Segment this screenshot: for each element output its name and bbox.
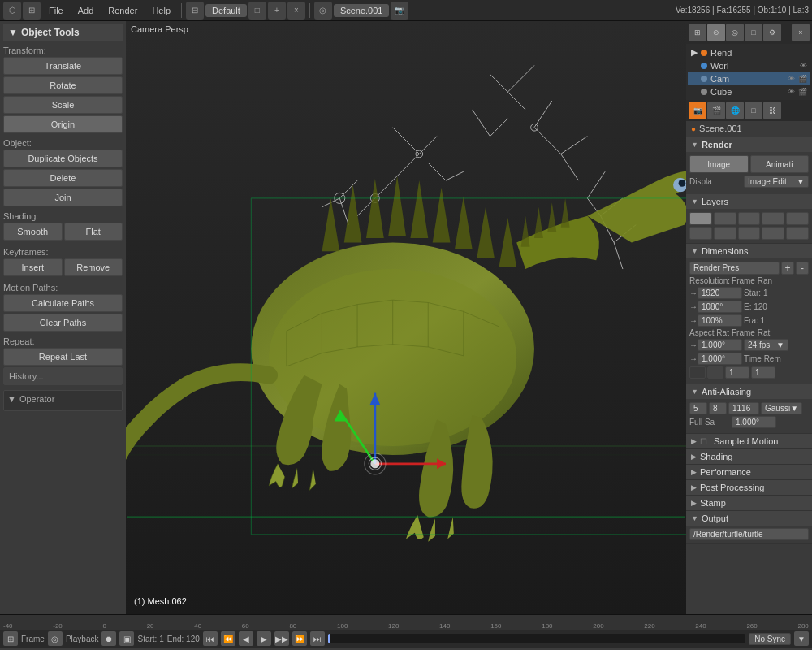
prop-constraint-icon[interactable]: ⛓ — [763, 102, 781, 119]
performance-header[interactable]: ▶ Performance — [686, 465, 812, 479]
translate-btn[interactable]: Translate — [3, 57, 123, 75]
aspect-y-input[interactable] — [698, 353, 742, 365]
frame-val1[interactable] — [689, 366, 706, 379]
layers-header[interactable]: ▼ Layers — [686, 194, 812, 209]
camera-icon[interactable]: 📷 — [391, 2, 408, 20]
rotate-btn[interactable]: Rotate — [3, 76, 123, 94]
output-path[interactable] — [689, 528, 809, 540]
tl-record[interactable]: ⏺ — [102, 631, 116, 646]
preset-add[interactable]: + — [781, 262, 794, 275]
prop-object-icon[interactable]: □ — [745, 102, 762, 119]
layer-7[interactable] — [714, 227, 736, 240]
tl-icon[interactable]: ⊞ — [3, 631, 18, 646]
clear-paths-btn[interactable]: Clear Paths — [3, 314, 123, 332]
sm-toggle[interactable]: ☐ — [700, 437, 707, 446]
pct-input[interactable] — [698, 314, 742, 327]
layer-6[interactable] — [689, 227, 712, 240]
tl-next-frame[interactable]: ▶▶ — [274, 631, 289, 646]
tl-prev-frame[interactable]: ◀ — [239, 631, 253, 646]
res-x-input[interactable] — [698, 287, 742, 299]
prop-scene-icon[interactable]: 🎬 — [707, 102, 725, 119]
display-dropdown[interactable]: Image Edit ▼ — [744, 176, 809, 188]
sampled-motion-header[interactable]: ▶ ☐ Sampled Motion — [686, 434, 812, 448]
cam-vis[interactable]: 👁 — [788, 75, 795, 83]
layer-3[interactable] — [738, 212, 761, 225]
stamp-header[interactable]: ▶ Stamp — [686, 496, 812, 510]
layer-9[interactable] — [762, 227, 784, 240]
cube-vis[interactable]: 👁 — [788, 88, 795, 96]
rs-world-icon[interactable]: ◎ — [726, 24, 744, 41]
layer-2[interactable] — [714, 212, 736, 225]
insert-btn[interactable]: Insert — [3, 258, 63, 276]
repeat-last-btn[interactable]: Repeat Last — [3, 348, 123, 366]
calculate-paths-btn[interactable]: Calculate Paths — [3, 294, 123, 312]
scale-btn[interactable]: Scale — [3, 96, 123, 114]
world-vis[interactable]: 👁 — [800, 62, 807, 70]
layer-4[interactable] — [762, 212, 784, 225]
viewport[interactable]: Camera Persp ⊡ — [126, 21, 686, 614]
aa-samples[interactable] — [728, 402, 759, 414]
post-header[interactable]: ▶ Post Processing — [686, 480, 812, 495]
rs-close-icon[interactable]: × — [792, 24, 810, 41]
screen-icon[interactable]: ⊟ — [186, 2, 204, 20]
plus-icon[interactable]: + — [268, 2, 286, 20]
render-icon[interactable]: ◎ — [314, 2, 332, 20]
close-icon[interactable]: × — [287, 2, 305, 20]
prop-render-icon[interactable]: 📷 — [689, 102, 706, 119]
aa-header[interactable]: ▼ Anti-Aliasing — [686, 384, 812, 399]
menu-render[interactable]: Render — [102, 4, 144, 17]
tl-dropdown[interactable]: ▼ — [794, 631, 809, 646]
origin-btn[interactable]: Origin — [3, 115, 123, 133]
animation-btn[interactable]: Animati — [750, 155, 810, 173]
scene-item-cam[interactable]: Cam 👁 🎬 — [688, 72, 810, 85]
layer-10[interactable] — [786, 227, 809, 240]
tl-end[interactable]: ⏭ — [310, 631, 325, 646]
menu-help[interactable]: Help — [145, 4, 177, 17]
layer-8[interactable] — [738, 227, 761, 240]
render-header[interactable]: ▼ Render — [686, 137, 812, 152]
aa-val1[interactable] — [689, 402, 707, 414]
layout-icon[interactable]: ⊞ — [23, 2, 41, 20]
cam-render[interactable]: 🎬 — [798, 75, 807, 83]
rs-settings-icon[interactable]: ⚙ — [763, 24, 781, 41]
history-btn[interactable]: History... — [3, 367, 123, 385]
scene-item-rend[interactable]: ▶ Rend — [688, 46, 810, 59]
menu-file[interactable]: File — [42, 4, 70, 17]
frame-val2[interactable] — [707, 366, 723, 379]
delete-btn[interactable]: Delete — [3, 169, 123, 187]
remove-btn[interactable]: Remove — [64, 258, 123, 276]
aspect-x-input[interactable] — [698, 339, 742, 351]
flat-btn[interactable]: Flat — [64, 223, 123, 240]
no-sync-btn[interactable]: No Sync — [749, 633, 791, 645]
rs-camera-icon[interactable]: ⊙ — [707, 24, 725, 41]
playback-track[interactable] — [328, 634, 745, 644]
menu-add[interactable]: Add — [71, 4, 101, 17]
prop-world-icon[interactable]: 🌐 — [726, 102, 744, 119]
cube-render[interactable]: 🎬 — [798, 88, 807, 96]
frame-val3[interactable] — [725, 366, 749, 379]
rs-obj-icon[interactable]: □ — [745, 24, 762, 41]
tl-prev-key[interactable]: ⏪ — [221, 631, 235, 646]
shading-props-header[interactable]: ▶ Shading — [686, 449, 812, 464]
preset-remove[interactable]: - — [796, 262, 809, 275]
dimensions-header[interactable]: ▼ Dimensions — [686, 244, 812, 258]
aa-full-val[interactable] — [732, 416, 776, 428]
scene-item-world[interactable]: Worl 👁 — [688, 59, 810, 72]
layer-5[interactable] — [786, 212, 809, 225]
tl-rewind[interactable]: ⏮ — [203, 631, 218, 646]
fps-dropdown[interactable]: 24 fps ▼ — [744, 339, 788, 351]
res-y-input[interactable] — [698, 301, 742, 313]
tl-play[interactable]: ▶ — [257, 631, 271, 646]
image-btn[interactable]: Image — [689, 155, 749, 173]
join-btn[interactable]: Join — [3, 188, 123, 206]
tl-next-key[interactable]: ⏩ — [292, 631, 307, 646]
output-header[interactable]: ▼ Output — [686, 511, 812, 526]
aa-val2[interactable] — [709, 402, 727, 414]
tl-icon2[interactable]: ▣ — [119, 631, 134, 646]
layer-1[interactable] — [689, 212, 712, 225]
smooth-btn[interactable]: Smooth — [3, 223, 63, 240]
frame-val4[interactable] — [751, 366, 775, 379]
preset-dropdown[interactable]: Render Pres — [689, 262, 780, 275]
rs-view-icon[interactable]: ⊞ — [689, 24, 706, 41]
scene-icon[interactable]: □ — [248, 2, 266, 20]
